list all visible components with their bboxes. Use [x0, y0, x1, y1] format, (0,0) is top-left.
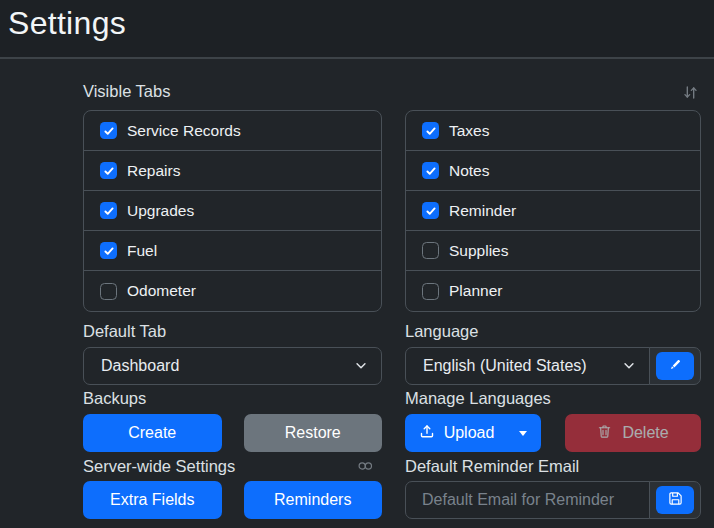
- tab-checkbox-unchecked[interactable]: [100, 283, 117, 300]
- tab-checkbox-checked[interactable]: [100, 242, 117, 259]
- default-tab-select[interactable]: Dashboard: [83, 347, 382, 385]
- visible-tabs-list-right: TaxesNotesReminderSuppliesPlanner: [405, 110, 701, 312]
- email-save-addon: [649, 481, 701, 519]
- server-wide-settings-label: Server-wide Settings: [83, 457, 235, 475]
- reminder-email-group: [405, 481, 701, 519]
- default-reminder-email-label: Default Reminder Email: [405, 457, 701, 476]
- save-email-button[interactable]: [656, 486, 694, 514]
- tab-label[interactable]: Service Records: [127, 122, 241, 140]
- settings-content: Visible Tabs Service RecordsRepairsUpgra…: [83, 61, 701, 528]
- reminders-button[interactable]: Reminders: [244, 481, 383, 519]
- tab-checkbox-checked[interactable]: [422, 202, 439, 219]
- default-tab-label: Default Tab: [83, 322, 382, 341]
- default-tab-selected-value: Dashboard: [101, 357, 179, 375]
- chevron-down-icon: [622, 359, 636, 377]
- tab-label[interactable]: Reminder: [449, 202, 516, 220]
- visible-tab-row: Odometer: [84, 271, 381, 311]
- visible-tab-row: Notes: [406, 151, 700, 191]
- visible-tabs-label: Visible Tabs: [83, 82, 170, 100]
- tab-label[interactable]: Taxes: [449, 122, 490, 140]
- restore-backup-button[interactable]: Restore: [244, 414, 383, 452]
- arrow-down-up-icon[interactable]: [682, 84, 699, 105]
- visible-tab-row: Planner: [406, 271, 700, 311]
- upload-icon: [419, 423, 435, 443]
- tab-label[interactable]: Notes: [449, 162, 490, 180]
- tab-checkbox-unchecked[interactable]: [422, 283, 439, 300]
- language-edit-addon: [649, 347, 701, 385]
- tab-checkbox-checked[interactable]: [100, 162, 117, 179]
- pencil-icon: [668, 358, 682, 375]
- tab-label[interactable]: Fuel: [127, 242, 157, 260]
- infinity-icon: [357, 459, 374, 477]
- extra-fields-button[interactable]: Extra Fields: [83, 481, 222, 519]
- language-select[interactable]: English (United States): [405, 347, 650, 385]
- visible-tab-row: Taxes: [406, 111, 700, 151]
- visible-tab-row: Repairs: [84, 151, 381, 191]
- manage-languages-label: Manage Languages: [405, 389, 701, 408]
- visible-tabs-list-left: Service RecordsRepairsUpgradesFuelOdomet…: [83, 110, 382, 312]
- tab-label[interactable]: Upgrades: [127, 202, 194, 220]
- upload-language-button[interactable]: Upload: [405, 414, 541, 452]
- tab-checkbox-unchecked[interactable]: [422, 242, 439, 259]
- tab-label[interactable]: Repairs: [127, 162, 180, 180]
- floppy-disk-icon: [668, 491, 683, 509]
- chevron-down-icon: [354, 359, 368, 377]
- backups-label: Backups: [83, 389, 382, 408]
- language-label: Language: [405, 322, 701, 341]
- tab-checkbox-checked[interactable]: [422, 122, 439, 139]
- tab-label[interactable]: Planner: [449, 282, 502, 300]
- dropdown-caret-icon: [519, 431, 527, 436]
- edit-language-button[interactable]: [656, 352, 694, 380]
- upload-button-label: Upload: [444, 424, 495, 442]
- visible-tab-row: Reminder: [406, 191, 700, 231]
- visible-tab-row: Fuel: [84, 231, 381, 271]
- language-selected-value: English (United States): [423, 357, 587, 375]
- tab-checkbox-checked[interactable]: [422, 162, 439, 179]
- page-title: Settings: [8, 5, 126, 42]
- trash-icon: [597, 424, 612, 443]
- visible-tab-row: Upgrades: [84, 191, 381, 231]
- tab-label[interactable]: Odometer: [127, 282, 196, 300]
- visible-tab-row: Supplies: [406, 231, 700, 271]
- tab-checkbox-checked[interactable]: [100, 202, 117, 219]
- create-backup-button[interactable]: Create: [83, 414, 222, 452]
- visible-tab-row: Service Records: [84, 111, 381, 151]
- tab-checkbox-checked[interactable]: [100, 122, 117, 139]
- page-header: Settings: [0, 0, 714, 59]
- delete-button-label: Delete: [622, 424, 668, 442]
- tab-label[interactable]: Supplies: [449, 242, 508, 260]
- language-input-group: English (United States): [405, 347, 701, 385]
- reminder-email-input[interactable]: [405, 481, 650, 519]
- delete-language-button[interactable]: Delete: [565, 414, 701, 452]
